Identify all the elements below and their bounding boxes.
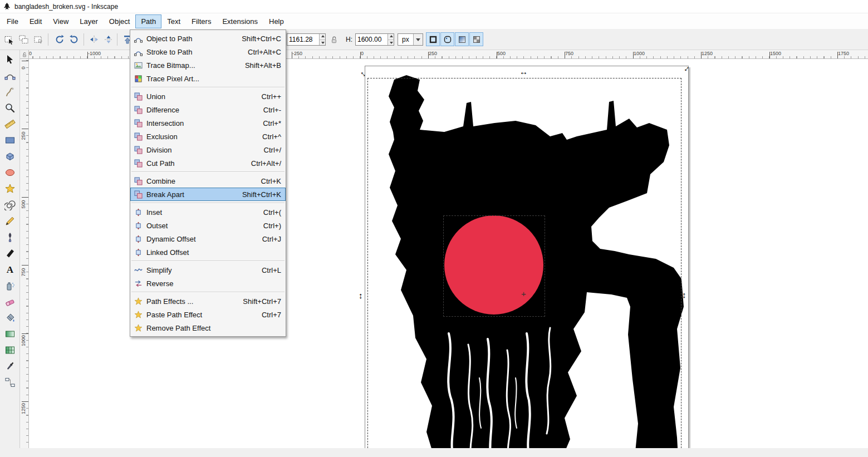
deselect-button[interactable] bbox=[31, 32, 46, 47]
tool-connector[interactable] bbox=[2, 375, 18, 390]
tool-pencil[interactable] bbox=[2, 213, 18, 229]
tool-measure[interactable] bbox=[2, 116, 18, 132]
height-spinner[interactable] bbox=[388, 34, 394, 45]
tool-mesh-gradient[interactable] bbox=[2, 342, 18, 358]
menu-item-difference[interactable]: Difference Ctrl+- bbox=[130, 103, 286, 116]
unit-dropdown-arrow-icon[interactable] bbox=[413, 34, 423, 45]
ruler-label: -1250 bbox=[29, 51, 32, 56]
menu-item-dynamic-offset[interactable]: Dynamic Offset Ctrl+J bbox=[130, 232, 286, 245]
tool-calligraphy[interactable] bbox=[2, 245, 18, 261]
scale-stroke-width-toggle[interactable] bbox=[426, 32, 440, 46]
unit-select[interactable]: px bbox=[398, 33, 423, 46]
document-page[interactable] bbox=[365, 66, 689, 448]
transform-gradients-toggle[interactable] bbox=[455, 32, 469, 46]
menu-item-label: Combine bbox=[146, 177, 175, 185]
skew-handle-right-icon[interactable]: ↕ bbox=[682, 290, 686, 299]
tool-box-3d[interactable] bbox=[2, 149, 18, 164]
ellipse-icon bbox=[4, 167, 16, 178]
vertical-ruler[interactable]: 0 250 500 750 1000 1250 1500 bbox=[20, 59, 29, 448]
select-all-in-all-layers-button[interactable] bbox=[17, 32, 31, 47]
tool-star[interactable] bbox=[2, 181, 18, 196]
menu-separator bbox=[131, 203, 285, 204]
tool-rectangle[interactable] bbox=[2, 132, 18, 148]
menu-item-intersection[interactable]: Intersection Ctrl+* bbox=[130, 116, 286, 130]
menu-item-stroke-to-path[interactable]: Stroke to Path Ctrl+Alt+C bbox=[130, 45, 286, 58]
menu-layer[interactable]: Layer bbox=[74, 14, 104, 28]
tool-spiral[interactable] bbox=[2, 197, 18, 213]
menu-item-shortcut: Ctrl+L bbox=[249, 266, 281, 274]
skew-handle-top-icon[interactable]: ↔ bbox=[519, 67, 528, 76]
rounded-corners-icon bbox=[443, 35, 452, 44]
rotate-handle-top-right-icon[interactable]: ↔ bbox=[681, 63, 690, 72]
menu-item-path-effects[interactable]: Path Effects ... Shift+Ctrl+7 bbox=[130, 294, 286, 308]
tool-selector[interactable] bbox=[2, 52, 18, 67]
menu-separator bbox=[131, 261, 285, 262]
tool-node-editor[interactable] bbox=[2, 68, 18, 83]
rotate-cw-icon bbox=[69, 35, 79, 45]
flip-horizontal-button[interactable] bbox=[87, 32, 101, 47]
rotate-90-ccw-button[interactable] bbox=[52, 32, 67, 47]
menu-item-break-apart[interactable]: Break Apart Shift+Ctrl+K bbox=[130, 188, 286, 201]
menu-item-shortcut: Ctrl+Alt+/ bbox=[239, 159, 281, 168]
menu-item-reverse[interactable]: Reverse bbox=[130, 277, 286, 290]
tool-ellipse[interactable] bbox=[2, 165, 18, 180]
menu-item-label: Trace Pixel Art... bbox=[146, 75, 199, 83]
ruler-label: 250 bbox=[429, 51, 437, 56]
scale-rounded-corners-toggle[interactable] bbox=[440, 32, 454, 46]
menu-item-trace-pixel-art[interactable]: Trace Pixel Art... bbox=[130, 72, 286, 85]
menu-item-paste-path-effect[interactable]: Paste Path Effect Ctrl+7 bbox=[130, 308, 286, 321]
lock-width-height-button[interactable] bbox=[328, 32, 340, 47]
rotate-90-cw-button[interactable] bbox=[67, 32, 81, 47]
menu-edit[interactable]: Edit bbox=[24, 14, 47, 28]
tool-paint-bucket[interactable] bbox=[2, 310, 18, 326]
tool-zoom[interactable] bbox=[2, 100, 18, 116]
menu-extensions[interactable]: Extensions bbox=[217, 14, 263, 28]
menu-view[interactable]: View bbox=[47, 14, 74, 28]
menu-text[interactable]: Text bbox=[161, 14, 186, 28]
select-all-button[interactable] bbox=[2, 32, 17, 47]
menu-object[interactable]: Object bbox=[104, 14, 136, 28]
tool-gradient[interactable] bbox=[2, 326, 18, 342]
tool-spray[interactable] bbox=[2, 278, 18, 293]
menu-item-label: Dynamic Offset bbox=[146, 235, 196, 243]
ruler-label: 750 bbox=[20, 261, 27, 283]
menu-item-outset[interactable]: Outset Ctrl+) bbox=[130, 219, 286, 232]
zoom-icon bbox=[4, 102, 16, 114]
menu-item-cut-path[interactable]: Cut Path Ctrl+Alt+/ bbox=[130, 156, 286, 170]
menu-item-simplify[interactable]: Simplify Ctrl+L bbox=[130, 263, 286, 277]
tool-palette: A bbox=[0, 50, 20, 448]
menu-item-label: Remove Path Effect bbox=[146, 324, 210, 332]
menu-item-exclusion[interactable]: Exclusion Ctrl+^ bbox=[130, 130, 286, 143]
menu-path[interactable]: Path bbox=[135, 14, 161, 28]
tool-text[interactable]: A bbox=[2, 262, 18, 277]
menu-item-inset[interactable]: Inset Ctrl+( bbox=[130, 205, 286, 219]
spiral-icon bbox=[4, 199, 16, 210]
menu-help[interactable]: Help bbox=[263, 14, 290, 28]
tool-eraser[interactable] bbox=[2, 294, 18, 309]
menu-item-object-to-path[interactable]: Object to Path Shift+Ctrl+C bbox=[130, 32, 286, 45]
circle-selection-bbox bbox=[443, 215, 545, 317]
skew-handle-left-icon[interactable]: ↕ bbox=[359, 291, 363, 300]
menu-item-label: Difference bbox=[146, 106, 179, 114]
flip-vertical-button[interactable] bbox=[101, 32, 116, 47]
width-input[interactable] bbox=[287, 34, 319, 45]
ruler-label: 500 bbox=[497, 51, 506, 56]
bezier-pen-icon bbox=[4, 232, 16, 243]
menu-item-union[interactable]: Union Ctrl++ bbox=[130, 90, 286, 103]
tool-bezier-pen[interactable] bbox=[2, 229, 18, 245]
menu-item-trace-bitmap[interactable]: Trace Bitmap... Shift+Alt+B bbox=[130, 58, 286, 72]
transform-patterns-toggle[interactable] bbox=[469, 32, 483, 46]
ruler-corner[interactable] bbox=[20, 50, 29, 59]
height-input[interactable] bbox=[356, 34, 388, 45]
width-spinner[interactable] bbox=[319, 34, 325, 45]
rotate-handle-top-left-icon[interactable]: ↔ bbox=[360, 68, 369, 78]
tool-dropper[interactable] bbox=[2, 358, 18, 374]
menu-filters[interactable]: Filters bbox=[186, 14, 217, 28]
paint-bucket-icon bbox=[4, 312, 16, 323]
menu-file[interactable]: File bbox=[1, 14, 24, 28]
menu-item-linked-offset[interactable]: Linked Offset bbox=[130, 245, 286, 259]
menu-item-division[interactable]: Division Ctrl+/ bbox=[130, 143, 286, 156]
tool-tweak[interactable] bbox=[2, 84, 18, 100]
menu-item-remove-path-effect[interactable]: Remove Path Effect bbox=[130, 321, 286, 335]
menu-item-combine[interactable]: Combine Ctrl+K bbox=[130, 174, 286, 188]
